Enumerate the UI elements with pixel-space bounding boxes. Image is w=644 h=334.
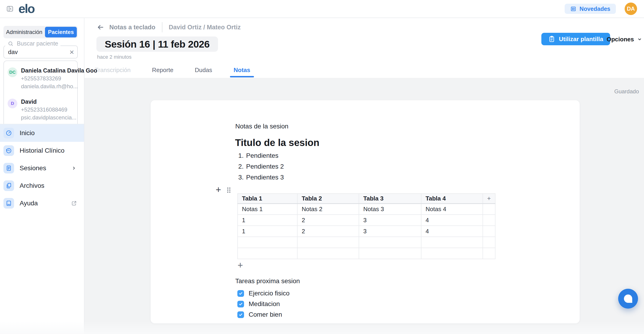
sidebar-nav-label: Archivos bbox=[20, 182, 77, 189]
patient-phone: +52523316088469 bbox=[21, 106, 74, 114]
table-row bbox=[238, 248, 495, 259]
sidebar-nav-item[interactable]: Ayuda bbox=[0, 195, 84, 212]
sidebar-nav-label: Inicio bbox=[20, 129, 77, 137]
table-cell[interactable] bbox=[359, 248, 421, 259]
table-cell[interactable]: 3 bbox=[359, 215, 421, 226]
patient-name: David bbox=[21, 98, 74, 106]
table-cell[interactable] bbox=[421, 237, 483, 248]
last-updated: hace 2 minutos bbox=[97, 54, 132, 60]
ordered-list-item[interactable]: 1. Pendientes bbox=[238, 150, 284, 161]
novedades-button[interactable]: Novedades bbox=[565, 4, 616, 14]
session-tab[interactable]: Reporte bbox=[152, 67, 174, 77]
task-checkbox[interactable] bbox=[237, 290, 244, 297]
task-checkbox[interactable] bbox=[237, 311, 244, 318]
options-menu-button[interactable]: Opciones bbox=[607, 35, 642, 43]
table-cell[interactable]: 1 bbox=[238, 226, 297, 237]
patient-list-item[interactable]: DC Daniela Catalina Davila Goo +52553783… bbox=[4, 66, 77, 91]
list-number: 3. bbox=[238, 174, 246, 181]
sidebar-nav-item[interactable]: Inicio bbox=[0, 124, 84, 142]
notes-heading[interactable]: Titulo de la sesion bbox=[235, 136, 320, 149]
table-header-cell[interactable]: Tabla 1 bbox=[238, 194, 297, 204]
table-header-cell[interactable]: Tabla 3 bbox=[359, 194, 421, 204]
sidebar-segmented-control: Administración Pacientes bbox=[4, 26, 78, 38]
table-cell[interactable]: Notas 2 bbox=[297, 204, 359, 215]
breadcrumb-back-label[interactable]: Notas a teclado bbox=[109, 24, 156, 31]
newspaper-icon bbox=[570, 6, 576, 12]
clipboard-icon bbox=[548, 36, 555, 43]
table-tail-cell bbox=[483, 237, 495, 248]
checkmark-icon bbox=[238, 302, 243, 306]
table-cell[interactable]: Notas 3 bbox=[359, 204, 421, 215]
table-cell[interactable] bbox=[238, 248, 297, 259]
table-cell[interactable] bbox=[297, 237, 359, 248]
search-clear-icon[interactable]: × bbox=[70, 47, 74, 57]
table-cell[interactable]: 1 bbox=[238, 215, 297, 226]
gauge-icon bbox=[6, 130, 12, 136]
tasks-heading[interactable]: Tareas proxima sesion bbox=[235, 277, 300, 285]
external-link-icon bbox=[71, 200, 77, 206]
patient-email: daniela.davila.rh@ho... bbox=[21, 82, 74, 90]
add-column-button[interactable]: + bbox=[483, 194, 495, 204]
use-template-label: Utilizar plantilla bbox=[559, 36, 603, 43]
tab-administracion[interactable]: Administración bbox=[4, 29, 45, 35]
novedades-label: Novedades bbox=[580, 6, 610, 12]
table-cell[interactable]: 4 bbox=[421, 226, 483, 237]
ordered-list-item[interactable]: 3. Pendientes 3 bbox=[238, 172, 284, 183]
checkmark-icon bbox=[238, 291, 243, 296]
back-button[interactable] bbox=[97, 24, 104, 31]
notes-ordered-list: 1. Pendientes 2. Pendientes 2 3. Pendien… bbox=[238, 150, 284, 183]
add-row-button[interactable]: + bbox=[238, 260, 243, 270]
patient-email: psic.davidplascencia... bbox=[21, 114, 74, 121]
session-title[interactable]: Sesión 16 | 11 feb 2026 bbox=[96, 37, 218, 52]
add-block-button[interactable]: + bbox=[216, 185, 221, 195]
list-item-text: Pendientes 2 bbox=[246, 163, 284, 170]
table-cell[interactable]: 3 bbox=[359, 226, 421, 237]
checkmark-icon bbox=[238, 312, 243, 317]
sidebar-nav-item[interactable]: Sesiones bbox=[0, 159, 84, 177]
patient-list-item[interactable]: D David +52523316088469 psic.davidplasce… bbox=[4, 97, 77, 122]
session-tabs: Transcripción Reporte Dudas Notas bbox=[95, 67, 250, 77]
user-avatar[interactable]: DA bbox=[624, 3, 637, 15]
table-cell[interactable] bbox=[359, 237, 421, 248]
sidebar-nav-item[interactable]: Archivos bbox=[0, 177, 84, 195]
notes-table: Tabla 1 Tabla 2 Tabla 3 Tabla 4 + Notas … bbox=[237, 193, 496, 259]
drag-handle-icon[interactable] bbox=[226, 187, 232, 194]
arrow-left-icon bbox=[97, 24, 104, 31]
table-cell[interactable]: 4 bbox=[421, 215, 483, 226]
table-row: 1 2 3 4 bbox=[238, 226, 495, 237]
sidebar-collapse-button[interactable] bbox=[6, 5, 14, 13]
main-panel: Notas a teclado David Ortiz / Mateo Orti… bbox=[84, 18, 644, 334]
use-template-button[interactable]: Utilizar plantilla bbox=[541, 33, 610, 45]
list-number: 2. bbox=[238, 163, 246, 170]
table-tail-cell bbox=[483, 204, 495, 215]
table-cell[interactable]: 2 bbox=[297, 215, 359, 226]
table-cell[interactable] bbox=[421, 248, 483, 259]
task-checkbox[interactable] bbox=[237, 301, 244, 307]
chat-launcher-button[interactable] bbox=[618, 289, 638, 309]
table-cell[interactable]: Notas 1 bbox=[238, 204, 297, 215]
table-cell[interactable]: 2 bbox=[297, 226, 359, 237]
task-label[interactable]: Comer bien bbox=[249, 311, 282, 318]
table-cell[interactable] bbox=[238, 237, 297, 248]
sidebar-nav: Inicio bbox=[0, 124, 84, 212]
task-label[interactable]: Meditacion bbox=[249, 300, 280, 308]
notes-content-area: Guardado Notas de la sesion Titulo de la… bbox=[84, 78, 644, 334]
session-tab[interactable]: Notas bbox=[234, 67, 250, 77]
table-cell[interactable]: Notas 4 bbox=[421, 204, 483, 215]
notes-editor-card[interactable]: Notas de la sesion Titulo de la sesion 1… bbox=[150, 100, 580, 323]
search-input[interactable] bbox=[4, 46, 78, 58]
session-tab[interactable]: Dudas bbox=[195, 67, 212, 77]
panel-collapse-icon bbox=[6, 5, 14, 13]
table-header-cell[interactable]: Tabla 4 bbox=[421, 194, 483, 204]
task-label[interactable]: Ejercicio fisico bbox=[249, 290, 290, 297]
session-tab[interactable]: Transcripción bbox=[95, 67, 130, 77]
table-cell[interactable] bbox=[297, 248, 359, 259]
breadcrumb-divider bbox=[162, 22, 162, 32]
notes-intro-paragraph[interactable]: Notas de la sesion bbox=[235, 122, 288, 130]
tab-pacientes[interactable]: Pacientes bbox=[45, 27, 77, 37]
ordered-list-item[interactable]: 2. Pendientes 2 bbox=[238, 161, 284, 172]
chevron-down-icon bbox=[636, 36, 642, 42]
sidebar-nav-item[interactable]: Historial Clínico bbox=[0, 142, 84, 159]
table-header-cell[interactable]: Tabla 2 bbox=[297, 194, 359, 204]
sidebar: Administración Pacientes Buscar paciente… bbox=[0, 18, 84, 334]
